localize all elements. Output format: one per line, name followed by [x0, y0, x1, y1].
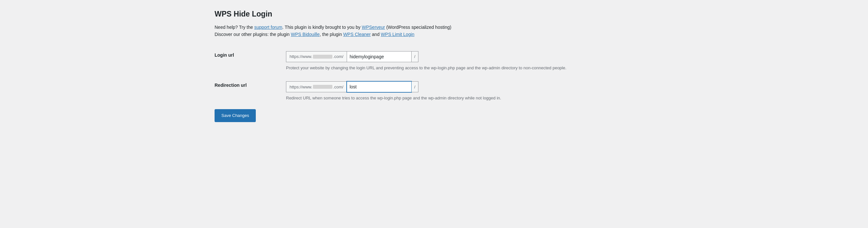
wpserveur-link[interactable]: WPServeur	[362, 25, 385, 30]
wps-limit-login-link[interactable]: WPS Limit Login	[381, 32, 414, 37]
desc-line1: Need help? Try the support forum. This p…	[215, 25, 451, 30]
login-url-field: https://www. .com/ / Protect your websit…	[286, 46, 653, 76]
redirection-url-description: Redirect URL when someone tries to acces…	[286, 95, 650, 101]
redirection-url-suffix: /	[412, 81, 418, 92]
redirection-url-prefix: https://www. .com/	[286, 81, 347, 92]
redirection-url-row: Redirection url https://www. .com/ / Red…	[215, 76, 653, 107]
redirection-url-field: https://www. .com/ / Redirect URL when s…	[286, 76, 653, 107]
description-block: Need help? Try the support forum. This p…	[215, 24, 653, 38]
login-url-suffix: /	[412, 51, 418, 62]
redirection-url-input-row: https://www. .com/ /	[286, 81, 650, 92]
settings-page: WPS Hide Login Need help? Try the suppor…	[207, 0, 661, 135]
login-url-description: Protect your website by changing the log…	[286, 65, 650, 71]
login-url-input[interactable]	[347, 51, 412, 62]
settings-form-table: Login url https://www. .com/ / Protect y…	[215, 46, 653, 107]
support-forum-link[interactable]: support forum	[254, 25, 282, 30]
domain-redacted-2	[313, 85, 332, 89]
save-changes-button[interactable]: Save Changes	[215, 109, 256, 122]
wps-cleaner-link[interactable]: WPS Cleaner	[343, 32, 371, 37]
login-url-row: Login url https://www. .com/ / Protect y…	[215, 46, 653, 76]
login-url-label: Login url	[215, 46, 286, 76]
login-url-prefix: https://www. .com/	[286, 51, 347, 62]
redirection-url-label: Redirection url	[215, 76, 286, 107]
wps-bidouille-link[interactable]: WPS Bidouille	[291, 32, 320, 37]
desc-line2: Discover our other plugins: the plugin W…	[215, 32, 414, 37]
save-button-wrapper: Save Changes	[215, 107, 653, 122]
domain-redacted	[313, 55, 332, 59]
login-url-input-row: https://www. .com/ /	[286, 51, 650, 62]
redirection-url-input[interactable]	[347, 81, 412, 92]
page-title: WPS Hide Login	[215, 10, 653, 18]
